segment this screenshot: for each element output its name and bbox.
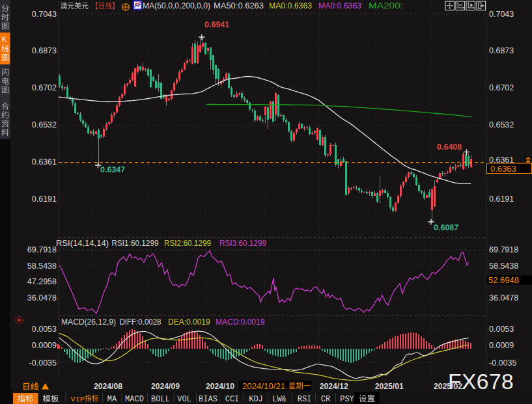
svg-text:58.5438: 58.5438	[489, 262, 518, 271]
svg-text:0.6532: 0.6532	[32, 120, 57, 129]
svg-text:0.6347: 0.6347	[100, 165, 125, 174]
svg-text:0.6941: 0.6941	[204, 20, 229, 29]
svg-text:MACD(26,12,9): MACD(26,12,9)	[61, 317, 116, 327]
svg-text:VIP: VIP	[71, 395, 85, 403]
svg-text:MA0:0.6363: MA0:0.6363	[318, 1, 361, 10]
svg-text:0.6363: 0.6363	[490, 164, 516, 174]
svg-text:MA(50,0,0,200,0,0): MA(50,0,0,200,0,0)	[143, 1, 210, 10]
svg-text:MA: MA	[107, 395, 117, 404]
svg-text:PSY: PSY	[340, 395, 354, 404]
svg-text:MA0:0.6363: MA0:0.6363	[269, 1, 312, 10]
svg-text:2024/09: 2024/09	[151, 382, 180, 391]
svg-text:LW&: LW&	[272, 395, 287, 404]
svg-text:36.0478: 36.0478	[27, 293, 57, 303]
svg-text:2024/08: 2024/08	[94, 382, 122, 391]
svg-text:MA50:0.6263: MA50:0.6263	[214, 1, 264, 10]
svg-text:0.6873: 0.6873	[489, 46, 514, 55]
svg-text:0.0009: 0.0009	[489, 341, 514, 350]
svg-text:BIAS: BIAS	[199, 395, 217, 404]
svg-text:RSI1:60.1299: RSI1:60.1299	[112, 239, 159, 248]
svg-text:2024/12: 2024/12	[320, 382, 348, 391]
svg-text:0.6191: 0.6191	[489, 195, 514, 204]
svg-text:69.7918: 69.7918	[27, 245, 57, 254]
svg-text:0.6702: 0.6702	[32, 83, 57, 92]
svg-text:0.6408: 0.6408	[437, 142, 462, 152]
svg-text:CCI: CCI	[225, 395, 240, 404]
svg-text:MACD:0.0019: MACD:0.0019	[216, 317, 265, 327]
svg-text:RSI: RSI	[298, 395, 312, 404]
svg-text:RSI(14,14,14): RSI(14,14,14)	[56, 239, 109, 248]
svg-text:0.0009: 0.0009	[32, 341, 57, 350]
svg-text:CR: CR	[321, 395, 330, 404]
svg-text:0.7043: 0.7043	[489, 10, 514, 19]
svg-text:RSI3:60.1299: RSI3:60.1299	[219, 239, 266, 248]
svg-text:0.0053: 0.0053	[489, 325, 514, 334]
svg-text:0.6873: 0.6873	[32, 46, 57, 55]
svg-text:VOL: VOL	[177, 395, 191, 404]
svg-text:DIFF:0.0028: DIFF:0.0028	[120, 317, 161, 327]
svg-text:36.0478: 36.0478	[489, 293, 518, 303]
svg-text:0.6702: 0.6702	[489, 83, 514, 92]
svg-text:0.6087: 0.6087	[434, 223, 458, 232]
svg-text:0.6361: 0.6361	[32, 157, 57, 167]
svg-text:KDJ: KDJ	[249, 395, 263, 404]
svg-text:69.7918: 69.7918	[489, 245, 518, 254]
svg-text:2025/01: 2025/01	[375, 382, 404, 391]
svg-text:52.6948: 52.6948	[488, 275, 519, 285]
svg-text:MA200:: MA200:	[369, 1, 403, 10]
svg-text:MACD: MACD	[125, 395, 144, 404]
svg-text:-0.0035: -0.0035	[29, 358, 57, 368]
svg-text:RSI2:60.1299: RSI2:60.1299	[164, 239, 211, 248]
svg-text:BOLL: BOLL	[151, 395, 170, 404]
svg-text:0.6191: 0.6191	[32, 195, 57, 204]
svg-text:-0.0035: -0.0035	[489, 358, 516, 368]
svg-text:0.6532: 0.6532	[489, 120, 514, 129]
svg-text:47.2958: 47.2958	[27, 277, 57, 286]
svg-text:2025/02: 2025/02	[434, 382, 462, 391]
svg-text:0.7043: 0.7043	[32, 10, 57, 19]
svg-text:2024/10: 2024/10	[206, 382, 234, 391]
svg-text:58.5438: 58.5438	[27, 262, 57, 271]
svg-text:0.0053: 0.0053	[32, 325, 57, 334]
svg-text:2024/10/21: 2024/10/21	[242, 382, 285, 391]
svg-text:DEA:0.0019: DEA:0.0019	[168, 317, 210, 327]
